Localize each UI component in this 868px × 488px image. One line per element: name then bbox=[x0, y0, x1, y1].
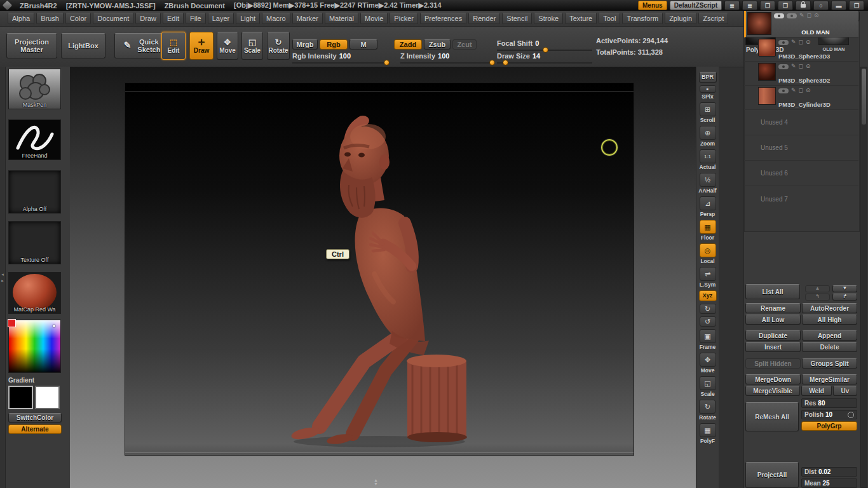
spin-ccw-button[interactable]: ↺ bbox=[700, 316, 716, 327]
subtool-row-unused-4[interactable]: Unused 4 bbox=[744, 110, 858, 135]
minimize-icon[interactable]: ▬ bbox=[831, 1, 846, 10]
polygrp-button[interactable]: PolyGrp bbox=[801, 421, 857, 431]
mrgb-button[interactable]: Mrgb bbox=[292, 39, 318, 50]
m-button[interactable]: M bbox=[349, 39, 377, 50]
menu-material[interactable]: Material bbox=[325, 13, 358, 24]
move-mode-button[interactable]: ✥ Move bbox=[217, 32, 238, 60]
menu-picker[interactable]: Picker bbox=[390, 13, 418, 24]
zoom-button[interactable]: ⊕ Zoom bbox=[700, 126, 716, 147]
frame-button[interactable]: ▣ Frame bbox=[700, 329, 716, 350]
subtool-up-button[interactable]: ▲ bbox=[805, 285, 830, 292]
spin-cw-button[interactable]: ↻ bbox=[700, 304, 716, 314]
polyframe-button[interactable]: ▦ PolyF bbox=[700, 423, 716, 444]
canvas-scroll-arrows[interactable]: ▲▼ bbox=[374, 478, 378, 486]
all-low-button[interactable]: All Low bbox=[745, 315, 801, 325]
floor-grid-button[interactable]: ▦ Floor bbox=[700, 220, 716, 241]
current-texture-thumbnail[interactable]: Texture Off bbox=[8, 221, 61, 264]
xyz-symmetry-button[interactable]: Xyz bbox=[699, 290, 717, 301]
ui-sliders-icon[interactable]: ≣ bbox=[724, 1, 740, 10]
z-intensity-slider[interactable]: Z Intensity100 bbox=[400, 52, 493, 64]
menu-color[interactable]: Color bbox=[65, 13, 91, 24]
mean-slider[interactable]: Mean25 bbox=[801, 478, 857, 488]
alternate-button[interactable]: Alternate bbox=[8, 424, 62, 434]
menu-layer[interactable]: Layer bbox=[208, 13, 234, 24]
polypaint-icon[interactable]: ⊙ bbox=[806, 64, 811, 69]
menu-light[interactable]: Light bbox=[236, 13, 260, 24]
merge-similar-button[interactable]: MergeSimilar bbox=[802, 374, 857, 384]
menu-marker[interactable]: Marker bbox=[292, 13, 323, 24]
menu-document[interactable]: Document bbox=[93, 13, 133, 24]
menu-preferences[interactable]: Preferences bbox=[420, 13, 466, 24]
zsub-button[interactable]: Zsub bbox=[424, 39, 451, 50]
menu-tool[interactable]: Tool bbox=[599, 13, 620, 24]
window-frame-icon[interactable]: ❒ bbox=[849, 1, 864, 10]
menu-render[interactable]: Render bbox=[468, 13, 500, 24]
groups-split-button[interactable]: Groups Split bbox=[802, 358, 857, 369]
slider-dot[interactable] bbox=[503, 60, 508, 65]
subtool-scrollbar[interactable] bbox=[860, 67, 867, 488]
polypaint-icon[interactable]: ⊙ bbox=[806, 88, 811, 93]
paintbrush-icon[interactable]: ✎ bbox=[791, 88, 796, 93]
menu-movie[interactable]: Movie bbox=[360, 13, 388, 24]
visibility-eye2-icon[interactable] bbox=[787, 13, 797, 18]
mask-icon[interactable]: ◻ bbox=[799, 88, 803, 93]
viewport-canvas[interactable]: Ctrl ▲▼ bbox=[70, 67, 696, 488]
menu-stroke[interactable]: Stroke bbox=[534, 13, 563, 24]
switch-color-button[interactable]: SwitchColor bbox=[8, 413, 62, 423]
visibility-eye-icon[interactable] bbox=[774, 13, 784, 18]
aahalf-button[interactable]: ½ AAHalf bbox=[698, 173, 716, 194]
current-alpha-thumbnail[interactable]: Alpha Off bbox=[8, 170, 61, 214]
projection-master-button[interactable]: Projection Master bbox=[6, 33, 57, 58]
res-slider[interactable]: Res80 bbox=[801, 398, 857, 408]
current-material-thumbnail[interactable]: MatCap Red Wa bbox=[8, 272, 61, 314]
subtool-row-old-man[interactable]: ✎ ◻ ⊙ OLD MAN bbox=[744, 11, 858, 37]
main-color-swatch[interactable] bbox=[8, 386, 33, 409]
current-stroke-thumbnail[interactable]: FreeHand bbox=[8, 119, 61, 160]
paintbrush-icon[interactable]: ✎ bbox=[799, 13, 804, 18]
mask-icon[interactable]: ◻ bbox=[799, 64, 803, 69]
paintbrush-icon[interactable]: ✎ bbox=[791, 64, 796, 69]
lock-icon-button[interactable] bbox=[796, 1, 811, 10]
subtool-down-button[interactable]: ▼ bbox=[832, 285, 857, 292]
zadd-button[interactable]: Zadd bbox=[394, 39, 422, 50]
current-brush-thumbnail[interactable]: MaskPen bbox=[8, 69, 61, 109]
insert-button[interactable]: Insert bbox=[745, 342, 801, 352]
subtool-row-unused-7[interactable]: Unused 7 bbox=[744, 186, 858, 212]
subtool-row-unused-5[interactable]: Unused 5 bbox=[744, 135, 858, 161]
delete-button[interactable]: Delete bbox=[802, 342, 857, 352]
lightbox-button[interactable]: LightBox bbox=[61, 33, 105, 58]
rotate-mode-button[interactable]: ↻ Rotate bbox=[267, 32, 290, 60]
slider-dot[interactable] bbox=[489, 60, 495, 65]
dist-slider[interactable]: Dist0.02 bbox=[801, 467, 857, 477]
menu-texture[interactable]: Texture bbox=[565, 13, 597, 24]
menu-stencil[interactable]: Stencil bbox=[502, 13, 532, 24]
copy-config-icon[interactable]: ❐ bbox=[760, 1, 775, 10]
subtool-row-cylinder3d[interactable]: ✎ ◻ ⊙ PM3D_Cylinder3D bbox=[744, 86, 858, 110]
rename-button[interactable]: Rename bbox=[745, 303, 801, 313]
menu-edit[interactable]: Edit bbox=[163, 13, 184, 24]
menu-transform[interactable]: Transform bbox=[622, 13, 663, 24]
local-transform-button[interactable]: ◎ Local bbox=[700, 243, 716, 264]
menu-zscript[interactable]: Zscript bbox=[698, 13, 728, 24]
scale-3d-button[interactable]: ◱ Scale bbox=[700, 376, 716, 397]
merge-down-button[interactable]: MergeDown bbox=[745, 374, 801, 384]
menu-zplugin[interactable]: Zplugin bbox=[665, 13, 696, 24]
mask-icon[interactable]: ◻ bbox=[799, 39, 803, 45]
left-divider[interactable]: ◂ ▸ bbox=[0, 67, 6, 488]
split-hidden-button[interactable]: Split Hidden bbox=[745, 358, 801, 369]
polypaint-icon[interactable]: ⊙ bbox=[814, 13, 819, 18]
draw-mode-button[interactable]: ✛ Draw bbox=[189, 32, 214, 60]
menu-draw[interactable]: Draw bbox=[135, 13, 161, 24]
zcut-button[interactable]: Zcut bbox=[452, 39, 477, 50]
polish-toggle-icon[interactable] bbox=[848, 412, 854, 418]
weld-button[interactable]: Weld bbox=[801, 386, 832, 396]
session-circle-icon[interactable]: ○ bbox=[813, 1, 829, 10]
default-zscript-button[interactable]: DefaultZScript bbox=[670, 1, 722, 10]
mask-icon[interactable]: ◻ bbox=[807, 13, 811, 18]
rgb-button[interactable]: Rgb bbox=[320, 39, 348, 50]
menu-brush[interactable]: Brush bbox=[36, 13, 64, 24]
visibility-eye-icon[interactable] bbox=[778, 88, 789, 93]
persp-button[interactable]: ⊿ Persp bbox=[700, 196, 716, 217]
subtool-row-sphere3d3[interactable]: ✎ ◻ ⊙ PM3D_Sphere3D3 bbox=[744, 37, 858, 62]
visibility-eye-icon[interactable] bbox=[778, 64, 789, 69]
